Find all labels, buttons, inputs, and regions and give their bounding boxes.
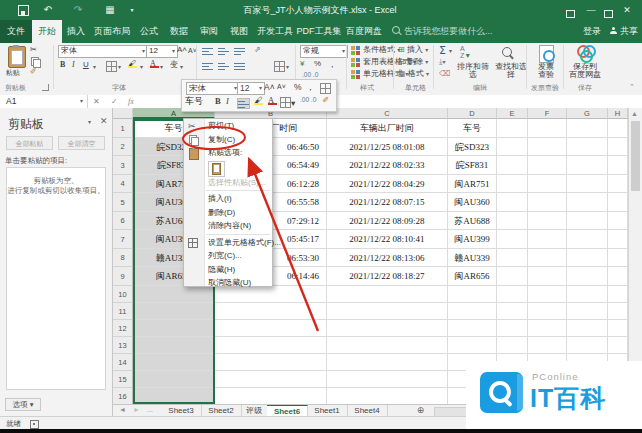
menu-item-2[interactable]: 复制(C) (184, 133, 272, 147)
cell-G9[interactable] (567, 267, 608, 286)
cell-F11[interactable] (528, 303, 567, 320)
cell-C6[interactable]: 2021/12/22 08:09:28 (327, 212, 448, 230)
column-header-F[interactable]: F (528, 108, 567, 119)
undo-icon[interactable]: ↶ (42, 4, 54, 16)
grow-font-icon[interactable]: A˄ (177, 45, 187, 54)
menu-item-8[interactable]: 删除(D) (184, 206, 272, 220)
select-all-corner[interactable] (113, 108, 133, 119)
save-to-netdisk-button[interactable]: 保存到百度网盘 (567, 63, 603, 79)
row-header-1[interactable]: 1 (113, 119, 133, 138)
align-bottom-icon[interactable] (234, 46, 245, 55)
column-header-E[interactable]: E (497, 108, 528, 119)
sheet-next-icon[interactable]: ► (133, 406, 140, 413)
cell-A13[interactable] (133, 337, 215, 354)
tell-me-box[interactable]: 告诉我您想要做什么... (392, 20, 493, 43)
column-header-G[interactable]: G (567, 108, 608, 119)
invoice-check-icon[interactable] (539, 45, 554, 63)
cell-G2[interactable] (567, 138, 608, 156)
underline-button[interactable]: U (83, 60, 89, 69)
tab-file[interactable]: 文件 (0, 20, 32, 43)
cell-D11[interactable] (448, 303, 497, 320)
cell-C12[interactable] (327, 320, 448, 337)
cell-G3[interactable] (567, 156, 608, 175)
cell-H1[interactable] (608, 119, 628, 138)
find-select-icon[interactable] (502, 47, 512, 57)
cell-F4[interactable] (528, 175, 567, 193)
cell-F2[interactable] (528, 138, 567, 156)
fill-color-icon[interactable]: 🖌 (128, 59, 136, 68)
sheet-more-icon[interactable]: ... (147, 406, 153, 413)
cell-D1[interactable]: 车号 (448, 119, 497, 138)
font-color-icon[interactable]: A (150, 59, 156, 68)
cell-D13[interactable] (448, 337, 497, 354)
align-left-icon[interactable] (202, 61, 213, 70)
cell-H6[interactable] (608, 212, 628, 230)
merge-center-icon[interactable] (274, 61, 285, 72)
mini-shrink-font-icon[interactable]: A˅ (277, 83, 286, 90)
ribbon-options-icon[interactable] (562, 3, 578, 17)
row-header-8[interactable]: 8 (113, 249, 133, 267)
cell-B15[interactable] (215, 371, 327, 388)
cell-C15[interactable] (327, 371, 448, 388)
cell-E13[interactable] (497, 337, 528, 354)
cell-C2[interactable]: 2021/12/25 08:01:08 (327, 138, 448, 156)
cut-icon[interactable]: ✂ (30, 45, 37, 54)
sign-in-button[interactable]: 登录 (578, 20, 606, 43)
cell-G13[interactable] (567, 337, 608, 354)
cell-F3[interactable] (528, 156, 567, 175)
tab-公式[interactable]: 公式 (134, 20, 164, 43)
cell-F7[interactable] (528, 230, 567, 249)
row-header-15[interactable]: 15 (113, 371, 133, 388)
number-format-combo[interactable]: 常规▾ (300, 45, 348, 58)
cell-E3[interactable] (497, 156, 528, 175)
phonetic-icon[interactable]: 变 (170, 59, 178, 70)
cell-E5[interactable] (497, 193, 528, 212)
cell-C1[interactable]: 车辆出厂时间 (327, 119, 448, 138)
format-cells-button[interactable]: ▦ 格式 ▾ (398, 68, 429, 79)
paste-button-label[interactable]: 粘贴 (6, 68, 20, 78)
row-header-7[interactable]: 7 (113, 230, 133, 249)
mini-font-color-icon[interactable]: A (268, 95, 274, 105)
cell-D7[interactable]: 闽AU399 (448, 230, 497, 249)
macro-record-icon[interactable] (30, 420, 39, 429)
menu-item-1[interactable]: ✂剪切(T) (184, 119, 272, 133)
row-header-9[interactable]: 9 (113, 267, 133, 286)
row-header-10[interactable]: 10 (113, 286, 133, 303)
cell-D10[interactable] (448, 286, 497, 303)
cell-H9[interactable] (608, 267, 628, 286)
clear-icon[interactable]: ⌫ (439, 69, 450, 78)
menu-item-paste-option[interactable] (184, 160, 272, 176)
cell-A14[interactable] (133, 354, 215, 371)
fill-color-dropdown-icon[interactable]: ▾ (140, 63, 143, 70)
pane-dropdown-icon[interactable]: ▾ (88, 118, 91, 125)
mini-italic-button[interactable]: I (226, 96, 229, 106)
cell-F12[interactable] (528, 320, 567, 337)
cell-F10[interactable] (528, 286, 567, 303)
cell-H7[interactable] (608, 230, 628, 249)
clipboard-dialog-launcher-icon[interactable] (42, 84, 49, 91)
cell-G1[interactable] (567, 119, 608, 138)
mini-font-combo[interactable]: 宋体▾ (186, 82, 240, 95)
sheet-tab-评级[interactable]: 评级 (241, 405, 268, 416)
comma-icon[interactable]: ， (328, 59, 336, 70)
align-top-icon[interactable] (202, 46, 213, 55)
vscroll-thumb[interactable] (631, 121, 640, 191)
mini-fill-color-icon[interactable]: 🖌 (254, 95, 263, 105)
cell-G8[interactable] (567, 249, 608, 267)
menu-item-13[interactable]: 隐藏(H) (184, 263, 272, 277)
percent-icon[interactable]: % (314, 59, 321, 68)
cell-E8[interactable] (497, 249, 528, 267)
cell-H4[interactable] (608, 175, 628, 193)
pane-close-icon[interactable]: ✕ (100, 116, 108, 126)
cell-H11[interactable] (608, 303, 628, 320)
mini-format-painter-icon[interactable]: ✐ (322, 95, 329, 105)
font-size-combo[interactable]: 12▾ (146, 45, 178, 58)
cell-E1[interactable] (497, 119, 528, 138)
mini-percent-icon[interactable]: % (294, 82, 302, 92)
cell-E11[interactable] (497, 303, 528, 320)
cell-E10[interactable] (497, 286, 528, 303)
cell-H5[interactable] (608, 193, 628, 212)
cell-C5[interactable]: 2021/12/22 08:07:15 (327, 193, 448, 212)
row-header-3[interactable]: 3 (113, 156, 133, 175)
tab-视图[interactable]: 视图 (224, 20, 254, 43)
